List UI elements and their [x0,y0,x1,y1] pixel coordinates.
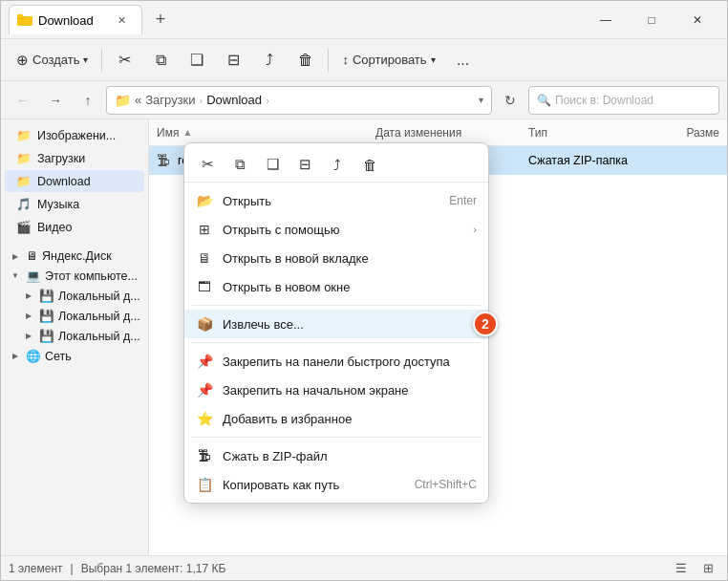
network-icon: 🌐 [26,349,41,363]
pin-start-icon: 📌 [196,381,213,398]
minimize-button[interactable]: — [584,5,628,35]
ctx-open-with-item[interactable]: ⊞ Открыть с помощью › [184,215,488,244]
sort-label: Сортировать [353,53,427,67]
refresh-button[interactable]: ↻ [496,87,525,114]
rename-button[interactable]: ⊟ [217,45,249,75]
copy-button[interactable]: ⧉ [144,45,177,75]
view-icons-button[interactable]: ⊞ [696,558,719,579]
sidebar-item-label: Яндекс.Диск [42,249,112,263]
sidebar-item-local-d[interactable]: ▶ 💾 Локальный д... [1,306,148,326]
column-date-label: Дата изменения [375,126,461,140]
sidebar-item-yandex[interactable]: ▶ 🖥 Яндекс.Диск [1,247,148,266]
ctx-favorite-item[interactable]: ⭐ Добавить в избранное [184,404,488,433]
sidebar: 📁 Изображени... 📁 Загрузки 📁 Download 🎵 … [1,119,149,555]
ctx-rename-button[interactable]: ⊟ [289,151,320,178]
drive-icon: 💾 [39,289,54,303]
sidebar-item-video[interactable]: 🎬 Видео [5,216,144,238]
file-area: Имя ▲ Дата изменения Тип Разме 🗜 removee… [149,119,727,555]
column-name[interactable]: Имя ▲ [157,126,375,140]
title-bar: Download ✕ + — □ ✕ [1,1,727,39]
view-details-button[interactable]: ☰ [670,558,693,579]
expand-icon: ▶ [22,290,35,303]
ctx-copy-path-shortcut: Ctrl+Shift+C [415,478,477,491]
column-date[interactable]: Дата изменения [375,126,528,140]
sidebar-item-label: Видео [37,221,73,234]
sidebar-item-local-e[interactable]: ▶ 💾 Локальный д... [1,326,148,346]
ctx-compress-label: Сжать в ZIP-файл [223,449,328,463]
up-button[interactable]: ↑ [74,87,102,114]
ctx-open-item[interactable]: 📂 Открыть Enter [184,186,488,215]
ctx-share-button[interactable]: ⤴ [322,151,353,178]
chevron-icon: ▾ [83,54,88,65]
ctx-copy-button[interactable]: ⧉ [225,151,255,178]
address-path-root: Загрузки [145,93,195,107]
share-button[interactable]: ⤴ [253,45,286,75]
ctx-separator-1 [192,305,481,306]
address-box[interactable]: 📁 « Загрузки › Download › ▾ [106,86,492,115]
ctx-paste-button[interactable]: ❑ [257,151,288,178]
ctx-open-shortcut: Enter [449,194,477,207]
sidebar-item-downloads[interactable]: 📁 Загрузки [5,147,144,169]
sidebar-item-download[interactable]: 📁 Download [5,170,144,192]
folder-icon: 📁 [16,151,32,165]
sidebar-item-images[interactable]: 📁 Изображени... [5,124,144,146]
context-toolbar: ✂ ⧉ ❑ ⊟ ⤴ 🗑 [184,147,488,183]
sidebar-item-label: Изображени... [37,129,116,142]
tab-close-button[interactable]: ✕ [113,11,130,29]
close-button[interactable]: ✕ [675,5,719,35]
status-selected: Выбран 1 элемент: 1,17 КБ [81,562,226,575]
ctx-compress-item[interactable]: 🗜 Сжать в ZIP-файл [184,441,488,470]
sidebar-item-label: Локальный д... [58,290,140,303]
active-tab[interactable]: Download ✕ [9,5,142,34]
addressbar: ← → ↑ 📁 « Загрузки › Download › ▾ ↻ 🔍 По… [1,81,727,119]
sidebar-item-music[interactable]: 🎵 Музыка [5,193,144,215]
address-arrow-2-icon: › [266,95,269,106]
forward-button[interactable]: → [41,87,70,114]
column-type[interactable]: Тип [528,126,653,140]
ctx-delete-button[interactable]: 🗑 [354,151,385,178]
search-placeholder: Поиск в: Download [555,94,653,107]
ctx-copy-path-item[interactable]: 📋 Копировать как путь Ctrl+Shift+C [184,470,488,499]
new-tab-button[interactable]: + [146,6,175,34]
sidebar-item-local-c[interactable]: ▶ 💾 Локальный д... [1,286,148,306]
paste-button[interactable]: ❑ [181,45,213,75]
open-with-icon: ⊞ [196,221,213,238]
extract-icon: 📦 [196,315,213,333]
expand-icon: ▼ [9,269,22,283]
ctx-cut-button[interactable]: ✂ [192,151,223,178]
cut-button[interactable]: ✂ [108,45,140,75]
file-type: Сжатая ZIP-папка [528,154,653,167]
more-button[interactable]: ... [447,45,480,75]
ctx-open-tab-label: Открыть в новой вкладке [223,251,369,266]
status-bar: 1 элемент | Выбран 1 элемент: 1,17 КБ ☰ … [1,555,727,580]
zip-file-icon: 🗜 [157,153,170,168]
music-icon: 🎵 [16,197,32,211]
sidebar-item-thispc[interactable]: ▼ 💻 Этот компьюте... [1,266,148,286]
ctx-open-window-label: Открыть в новом окне [223,280,350,294]
sort-button[interactable]: ↕ Сортировать ▾ [334,48,442,72]
sidebar-item-network[interactable]: ▶ 🌐 Сеть [1,346,148,366]
open-tab-icon: 🖥 [196,249,213,267]
ctx-pin-quick-item[interactable]: 📌 Закрепить на панели быстрого доступа [184,347,488,376]
maximize-button[interactable]: □ [630,5,674,35]
ctx-extract-item[interactable]: 📦 Извлечь все... 2 [184,310,488,338]
delete-button[interactable]: 🗑 [289,45,322,75]
column-type-label: Тип [528,126,547,140]
video-icon: 🎬 [16,220,32,234]
column-size[interactable]: Разме [653,126,719,140]
create-label: Создать [32,53,79,67]
column-name-label: Имя [157,126,179,140]
ctx-open-label: Открыть [223,194,271,208]
ctx-open-window-item[interactable]: 🗔 Открыть в новом окне [184,272,488,301]
expand-icon: ▶ [22,310,35,323]
ctx-copy-path-label: Копировать как путь [223,478,339,492]
sort-asc-icon: ▲ [182,127,192,138]
ctx-separator-3 [192,437,481,438]
back-button[interactable]: ← [9,87,37,114]
ctx-pin-start-item[interactable]: 📌 Закрепить на начальном экране [184,376,488,404]
address-dropdown-icon[interactable]: ▾ [479,95,483,105]
create-button[interactable]: ⊕ Создать ▾ [9,47,96,74]
open-window-icon: 🗔 [196,278,213,295]
search-box[interactable]: 🔍 Поиск в: Download [528,86,719,115]
ctx-open-tab-item[interactable]: 🖥 Открыть в новой вкладке [184,244,488,272]
